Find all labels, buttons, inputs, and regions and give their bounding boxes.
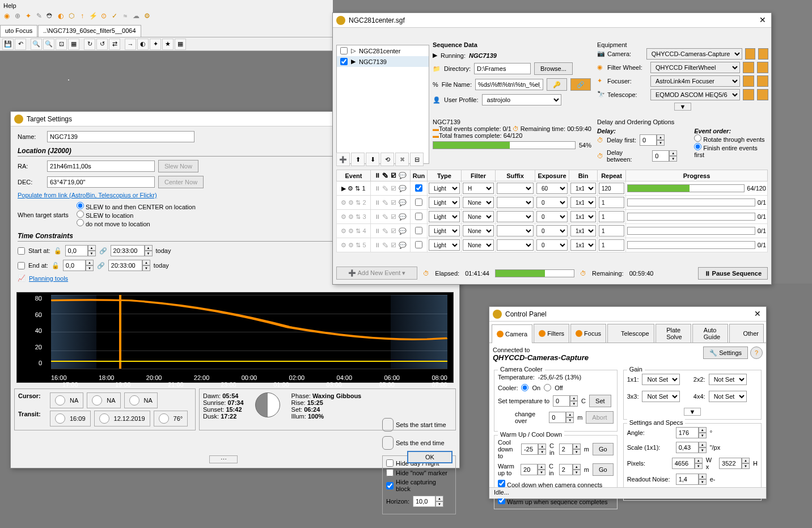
filter-select-3[interactable]: None bbox=[463, 211, 494, 222]
rep-input-4[interactable] bbox=[599, 225, 624, 236]
add-target-button[interactable]: ➕ bbox=[336, 153, 350, 166]
filter-select-4[interactable]: None bbox=[463, 225, 494, 236]
tab-plate[interactable]: Plate Solve bbox=[655, 324, 692, 343]
close-icon[interactable]: ✕ bbox=[752, 309, 763, 319]
exp-select-3[interactable]: 0 bbox=[536, 211, 568, 222]
finish-radio[interactable] bbox=[694, 143, 701, 150]
tab-other[interactable]: Other bbox=[729, 324, 764, 343]
end-val-input[interactable] bbox=[63, 260, 86, 271]
histogram-icon[interactable]: → bbox=[125, 39, 136, 50]
start-val-input[interactable] bbox=[65, 245, 88, 256]
camera-select[interactable]: QHYCCD-Cameras-Capture bbox=[646, 48, 742, 60]
filter-cfg-button[interactable] bbox=[743, 62, 754, 73]
type-select-1[interactable]: Light bbox=[429, 183, 460, 194]
cool-min-input[interactable] bbox=[559, 443, 573, 455]
pxw-input[interactable] bbox=[672, 458, 695, 469]
close-icon[interactable]: ✕ bbox=[758, 15, 768, 26]
icon-3[interactable]: ✦ bbox=[24, 11, 33, 20]
help-menu[interactable]: Help bbox=[3, 2, 16, 9]
type-select-3[interactable]: Light bbox=[429, 211, 460, 222]
suffix-select-2[interactable] bbox=[497, 197, 534, 208]
filter-select-5[interactable]: None bbox=[463, 239, 494, 251]
g4-select[interactable]: Not Set bbox=[709, 391, 747, 402]
hide-now-check[interactable] bbox=[386, 469, 394, 476]
filename-input[interactable] bbox=[475, 79, 543, 90]
target2-check[interactable] bbox=[340, 58, 348, 65]
type-select-4[interactable]: Light bbox=[429, 225, 460, 236]
star-icon[interactable]: ★ bbox=[162, 39, 174, 50]
center-now-button[interactable]: Center Now bbox=[158, 176, 204, 188]
ra-input[interactable] bbox=[47, 160, 155, 172]
scale-input[interactable] bbox=[676, 442, 699, 453]
end-time-input[interactable] bbox=[108, 260, 142, 271]
zoom-out-icon[interactable]: 🔍 bbox=[43, 39, 54, 50]
no-move-radio[interactable] bbox=[77, 219, 84, 226]
go-cool-button[interactable]: Go bbox=[593, 443, 614, 455]
reset-button[interactable]: ⟲ bbox=[380, 153, 394, 166]
target1-check[interactable] bbox=[340, 47, 348, 54]
horizon-input[interactable] bbox=[413, 496, 435, 507]
lock-icon[interactable]: 🔓 bbox=[54, 247, 62, 255]
icon-9[interactable]: ⚡ bbox=[88, 11, 98, 20]
warm-input[interactable] bbox=[521, 464, 538, 475]
focuser-select[interactable]: AstroLink4m Focuser bbox=[650, 75, 740, 87]
chain-icon[interactable]: 🔗 bbox=[99, 247, 107, 255]
icon-13[interactable]: ☁ bbox=[132, 11, 141, 20]
tab-autofocus[interactable]: uto Focus bbox=[0, 25, 37, 37]
slew-center-radio[interactable] bbox=[77, 202, 84, 209]
dir-input[interactable] bbox=[474, 63, 531, 74]
expand-gain-button[interactable]: ▼ bbox=[684, 408, 701, 416]
populate-link[interactable]: Populate from link (AstroBin, Telescopiu… bbox=[18, 192, 157, 198]
icon-8[interactable]: ↑ bbox=[78, 11, 87, 20]
target-icon[interactable]: ✦ bbox=[150, 39, 161, 50]
tab-camera[interactable]: Camera bbox=[492, 324, 532, 343]
refresh-icon[interactable]: ↻ bbox=[84, 39, 95, 50]
readout-input[interactable] bbox=[676, 474, 699, 485]
key-button[interactable]: 🔑 bbox=[547, 78, 567, 91]
extra-button[interactable]: ⊟ bbox=[410, 153, 424, 166]
settings-button[interactable]: 🔧 Settings bbox=[703, 347, 748, 359]
tab-auto[interactable]: Auto Guide bbox=[692, 324, 728, 343]
rep-input-1[interactable] bbox=[599, 183, 624, 194]
add-event-button[interactable]: ➕ Add New Event ▾ bbox=[336, 267, 417, 280]
filter-select[interactable]: QHYCCD FilterWheel bbox=[650, 62, 740, 73]
rotate-icon[interactable]: ↺ bbox=[96, 39, 108, 50]
icon-12[interactable]: ≈ bbox=[121, 11, 130, 20]
end-at-check[interactable] bbox=[18, 262, 25, 269]
tab-filters[interactable]: Filters bbox=[534, 324, 569, 343]
abort-button[interactable]: Abort bbox=[586, 411, 613, 424]
off-radio[interactable] bbox=[544, 384, 551, 391]
delay-between-input[interactable] bbox=[652, 150, 669, 162]
slew-radio[interactable] bbox=[77, 210, 84, 218]
tab-telescope[interactable]: Telescope bbox=[607, 324, 654, 343]
icon-10[interactable]: ⊙ bbox=[99, 11, 108, 20]
start-at-check[interactable] bbox=[18, 247, 25, 255]
fit-icon[interactable]: ⊡ bbox=[56, 39, 67, 50]
check-icon[interactable]: ☑ bbox=[391, 172, 397, 179]
delay-first-input[interactable] bbox=[640, 134, 657, 146]
exp-select-2[interactable]: 0 bbox=[536, 197, 568, 208]
delete-button[interactable]: ✖ bbox=[395, 153, 409, 166]
warm-min-input[interactable] bbox=[559, 464, 573, 475]
focuser-cfg-button[interactable] bbox=[743, 75, 754, 87]
ok-button[interactable]: OK bbox=[407, 451, 452, 463]
chat-icon[interactable]: 💬 bbox=[399, 172, 407, 179]
cool-input[interactable] bbox=[521, 443, 538, 455]
type-select-5[interactable]: Light bbox=[429, 239, 460, 251]
suffix-select-1[interactable] bbox=[497, 183, 534, 194]
pxh-input[interactable] bbox=[719, 458, 742, 469]
hide-day-check[interactable] bbox=[386, 459, 394, 467]
planning-link[interactable]: Planning tools bbox=[29, 275, 68, 282]
down-button[interactable]: ⬇ bbox=[366, 153, 379, 166]
rep-input-2[interactable] bbox=[599, 197, 624, 208]
telescope-cfg2-button[interactable] bbox=[757, 89, 768, 100]
target-list[interactable]: ▷NGC281center ▶NGC7139 bbox=[336, 45, 429, 164]
g1-select[interactable]: Not Set bbox=[642, 374, 680, 385]
profile-select[interactable]: astrojolo bbox=[482, 94, 561, 105]
chk1[interactable] bbox=[498, 480, 505, 487]
pause-sequence-button[interactable]: ⏸ Pause Sequence bbox=[698, 267, 768, 280]
rotate-radio[interactable] bbox=[694, 134, 701, 142]
filter-cfg2-button[interactable] bbox=[757, 62, 768, 73]
bin-select-5[interactable]: 1x1 bbox=[570, 239, 596, 251]
expand-eq-button[interactable]: ▼ bbox=[674, 103, 691, 111]
